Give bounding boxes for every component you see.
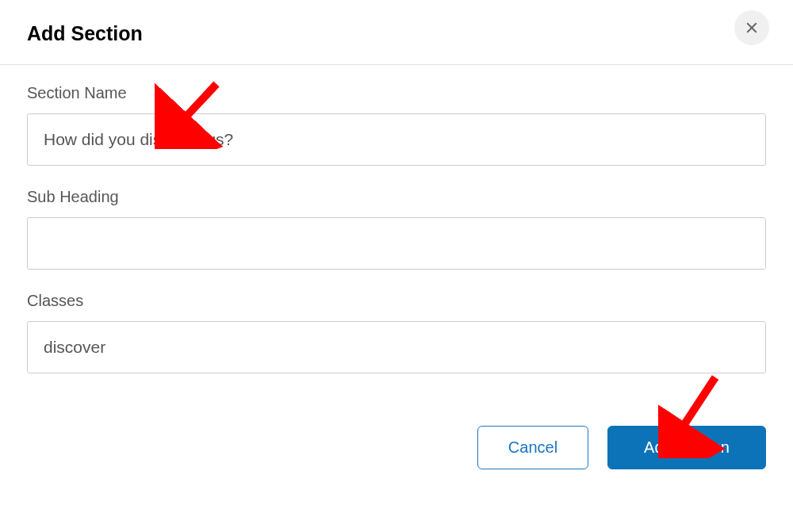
classes-input[interactable] — [27, 321, 766, 373]
dialog-header: Add Section — [0, 0, 793, 65]
section-name-input[interactable] — [27, 113, 766, 166]
section-name-label: Section Name — [27, 84, 766, 102]
form-group-sub-heading: Sub Heading — [27, 188, 766, 270]
add-section-button[interactable]: Add Section — [607, 426, 766, 469]
close-icon — [745, 21, 759, 35]
form-group-section-name: Section Name — [27, 84, 766, 166]
classes-label: Classes — [27, 292, 766, 310]
cancel-button[interactable]: Cancel — [477, 426, 588, 469]
dialog-title: Add Section — [27, 22, 143, 45]
sub-heading-label: Sub Heading — [27, 188, 766, 206]
close-button[interactable] — [734, 10, 769, 45]
sub-heading-input[interactable] — [27, 217, 766, 270]
form-group-classes: Classes — [27, 292, 766, 373]
dialog-body: Section Name Sub Heading Classes — [0, 65, 793, 411]
dialog-footer: Cancel Add Section — [0, 411, 793, 492]
